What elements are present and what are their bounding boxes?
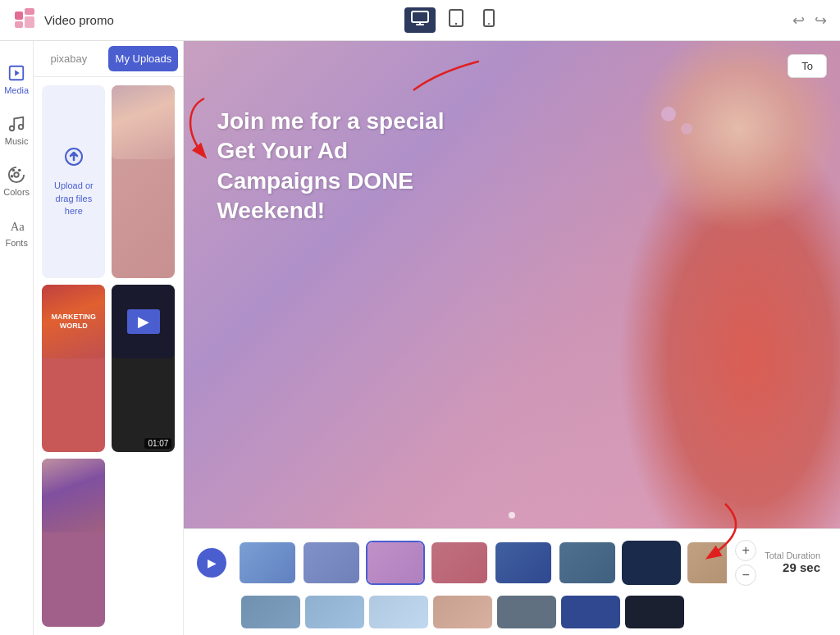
canvas-area: Join me for a special Get Your Ad Campai… xyxy=(184,41,840,635)
svg-point-6 xyxy=(455,23,457,25)
canvas-text-overlay: Join me for a special Get Your Ad Campai… xyxy=(217,107,444,226)
upload-icon xyxy=(59,145,89,175)
timeline: ▶ + − Total Dura xyxy=(184,528,840,635)
sidebar-item-media[interactable]: Media xyxy=(0,57,33,102)
timeline-slide-sm-3[interactable] xyxy=(369,596,428,628)
sidebar-fonts-label: Fonts xyxy=(5,238,28,248)
timeline-zoom: + − xyxy=(735,540,756,586)
topbar-right: ↩ ↪ xyxy=(792,11,827,30)
sidebar-colors-label: Colors xyxy=(3,187,30,197)
media-thumb-video[interactable]: ▶ 01:07 xyxy=(112,285,175,453)
timeline-row2 xyxy=(184,596,840,635)
undo-btn[interactable]: ↩ xyxy=(792,11,805,30)
device-switcher xyxy=(404,6,501,34)
redo-btn[interactable]: ↪ xyxy=(815,11,827,30)
timeline-slide-sm-4[interactable] xyxy=(433,596,492,628)
sidebar-item-colors[interactable]: Colors xyxy=(0,159,33,203)
tab-pixabay[interactable]: pixabay xyxy=(34,41,103,76)
main-layout: Media Music Colors Aa Fonts xyxy=(0,41,840,635)
canvas-container: Join me for a special Get Your Ad Campai… xyxy=(184,41,840,528)
topbar: Video promo ↩ ↪ xyxy=(0,0,840,41)
media-panel: pixabay My Uploads Upload or drag files … xyxy=(34,41,184,635)
device-mobile-btn[interactable] xyxy=(477,6,501,34)
svg-rect-3 xyxy=(15,21,23,28)
media-thumb-3[interactable] xyxy=(42,459,105,627)
upload-text: Upload or drag files here xyxy=(48,180,98,217)
play-button[interactable]: ▶ xyxy=(197,548,226,578)
svg-rect-1 xyxy=(25,8,34,15)
sidebar-media-label: Media xyxy=(4,85,29,95)
sidebar-icons: Media Music Colors Aa Fonts xyxy=(0,41,34,635)
timeline-slides xyxy=(235,541,727,585)
timeline-slide-5[interactable] xyxy=(494,541,553,585)
canvas-line1: Join me for a special xyxy=(217,108,444,134)
sidebar-music-label: Music xyxy=(5,136,29,146)
timeline-slide-sm-7[interactable] xyxy=(625,596,684,628)
canvas-dot1 xyxy=(661,107,676,121)
canvas-bg: Join me for a special Get Your Ad Campai… xyxy=(184,41,840,528)
svg-point-11 xyxy=(10,126,15,131)
timeline-slide-3[interactable] xyxy=(366,541,425,585)
svg-rect-2 xyxy=(25,16,34,28)
svg-marker-10 xyxy=(15,70,20,75)
canvas-dot2 xyxy=(681,123,692,135)
zoom-in-btn[interactable]: + xyxy=(735,540,756,561)
timeline-slide-4[interactable] xyxy=(430,541,489,585)
device-desktop-btn[interactable] xyxy=(404,7,436,33)
tab-uploads[interactable]: My Uploads xyxy=(108,46,178,71)
canvas-line2: Get Your Ad xyxy=(217,138,348,163)
sidebar-item-music[interactable]: Music xyxy=(0,108,33,153)
duration-value: 29 sec xyxy=(765,560,820,574)
media-thumb-1[interactable] xyxy=(112,85,175,278)
topbar-left: Video promo xyxy=(13,7,114,34)
device-tablet-btn[interactable] xyxy=(442,6,470,34)
media-grid: Upload or drag files here MARKETINGWORLD… xyxy=(34,77,183,635)
canvas-nav-dot xyxy=(509,512,515,519)
timeline-slide-7[interactable] xyxy=(622,541,681,585)
media-tabs: pixabay My Uploads xyxy=(34,41,183,77)
svg-point-16 xyxy=(11,175,14,178)
canvas-line4: Weekend! xyxy=(217,198,325,223)
upload-card[interactable]: Upload or drag files here xyxy=(42,85,105,278)
timeline-slide-sm-1[interactable] xyxy=(241,596,300,628)
sidebar-item-fonts[interactable]: Aa Fonts xyxy=(0,210,33,254)
svg-rect-4 xyxy=(412,11,428,22)
duration-info: Total Duration 29 sec xyxy=(765,550,827,574)
video-duration: 01:07 xyxy=(144,438,171,449)
svg-point-8 xyxy=(488,23,490,25)
svg-point-13 xyxy=(14,172,19,177)
timeline-slide-6[interactable] xyxy=(558,541,617,585)
woman-figure xyxy=(479,41,840,528)
timeline-slide-2[interactable] xyxy=(302,541,361,585)
svg-rect-0 xyxy=(15,11,23,20)
svg-text:Aa: Aa xyxy=(11,220,25,233)
timeline-slide-sm-5[interactable] xyxy=(497,596,556,628)
app-logo xyxy=(13,7,36,34)
zoom-out-btn[interactable]: − xyxy=(735,564,756,586)
svg-point-15 xyxy=(18,169,21,172)
media-thumb-2[interactable]: MARKETINGWORLD xyxy=(42,285,105,453)
app-title: Video promo xyxy=(44,13,114,27)
canvas-line3: Campaigns DONE xyxy=(217,168,413,194)
svg-point-14 xyxy=(12,169,16,172)
timeline-slide-1[interactable] xyxy=(238,541,297,585)
timeline-slide-8[interactable] xyxy=(686,541,727,585)
timeline-slide-sm-2[interactable] xyxy=(305,596,364,628)
to-button[interactable]: To xyxy=(788,54,827,78)
svg-point-12 xyxy=(19,125,24,130)
timeline-slide-sm-6[interactable] xyxy=(561,596,620,628)
timeline-controls: ▶ + − Total Dura xyxy=(184,529,840,596)
duration-label: Total Duration xyxy=(765,550,820,560)
